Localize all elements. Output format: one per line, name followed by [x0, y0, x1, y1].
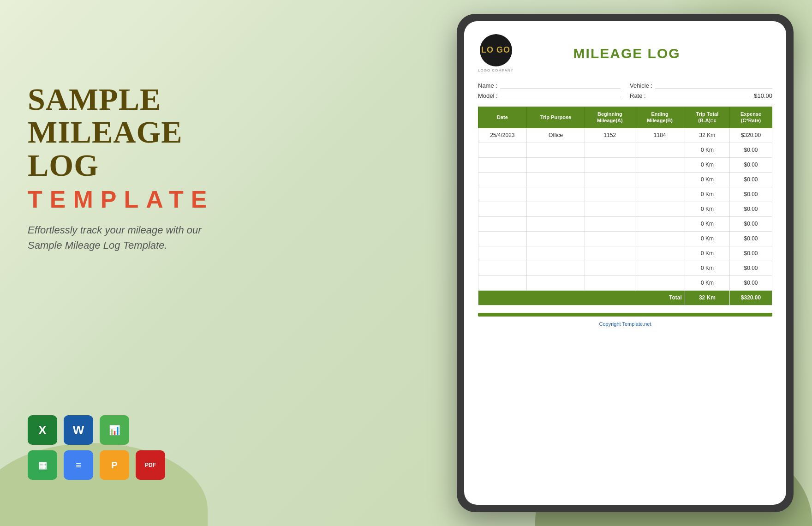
doc-header: LO GO LOGO COMPANY MILEAGE LOG: [478, 34, 772, 72]
cell-end: [635, 187, 685, 202]
cell-expense: $0.00: [730, 157, 772, 172]
sheets-icon[interactable]: ▦: [28, 450, 57, 480]
total-expense: $320.00: [730, 290, 772, 305]
model-field: Model :: [478, 92, 621, 99]
vehicle-label: Vehicle :: [630, 82, 652, 89]
doc-title-area: MILEAGE LOG: [513, 46, 740, 61]
subtitle: TEMPLATE: [28, 185, 258, 213]
cell-expense: $0.00: [730, 261, 772, 275]
cell-expense: $0.00: [730, 187, 772, 202]
vehicle-field: Vehicle :: [630, 82, 772, 89]
cell-expense: $0.00: [730, 246, 772, 261]
table-row: 0 Km $0.00: [478, 172, 772, 187]
cell-total: 0 Km: [685, 157, 729, 172]
cell-purpose: [526, 261, 585, 275]
cell-date: [478, 246, 527, 261]
cell-begin: [585, 246, 635, 261]
cell-date: [478, 157, 527, 172]
model-label: Model :: [478, 92, 498, 99]
cell-date: [478, 261, 527, 275]
cell-purpose: [526, 157, 585, 172]
cell-expense: $0.00: [730, 202, 772, 216]
cell-expense: $320.00: [730, 128, 772, 143]
cell-total: 0 Km: [685, 231, 729, 246]
cell-date: [478, 143, 527, 157]
logo-circle: LO GO: [480, 34, 512, 66]
cell-total: 0 Km: [685, 172, 729, 187]
app-icons-row-2: ▦ ≡ P PDF: [28, 450, 165, 480]
col-total: Trip Total(B-A)=c: [685, 107, 729, 128]
cell-date: [478, 187, 527, 202]
rate-value: $10.00: [754, 92, 772, 99]
cell-begin: [585, 172, 635, 187]
document-content: LO GO LOGO COMPANY MILEAGE LOG Name :: [464, 21, 786, 505]
total-row: Total 32 Km $320.00: [478, 290, 772, 305]
name-line: [500, 82, 621, 89]
left-content: SAMPLEMILEAGE LOG TEMPLATE Effortlessly …: [28, 83, 258, 253]
main-title: SAMPLEMILEAGE LOG: [28, 83, 258, 182]
numbers-icon[interactable]: 📊: [100, 415, 129, 445]
cell-end: [635, 202, 685, 216]
table-row: 0 Km $0.00: [478, 261, 772, 275]
cell-end: [635, 216, 685, 231]
cell-purpose: [526, 202, 585, 216]
cell-begin: [585, 143, 635, 157]
app-icons-row-1: X W 📊: [28, 415, 165, 445]
cell-expense: $0.00: [730, 216, 772, 231]
cell-purpose: [526, 216, 585, 231]
cell-begin: [585, 261, 635, 275]
vehicle-line: [655, 82, 772, 89]
cell-begin: [585, 231, 635, 246]
cell-expense: $0.00: [730, 275, 772, 290]
cell-total: 0 Km: [685, 202, 729, 216]
total-label: Total: [478, 290, 685, 305]
cell-date: [478, 231, 527, 246]
cell-expense: $0.00: [730, 172, 772, 187]
tablet-device: LO GO LOGO COMPANY MILEAGE LOG Name :: [457, 14, 794, 512]
cell-begin: [585, 202, 635, 216]
cell-end: [635, 157, 685, 172]
cell-total: 0 Km: [685, 143, 729, 157]
cell-purpose: [526, 275, 585, 290]
table-row: 25/4/2023 Office 1152 1184 32 Km $320.00: [478, 128, 772, 143]
copyright: Copyright Template.net: [478, 321, 772, 327]
logo-tagline: LOGO COMPANY: [478, 68, 513, 72]
cell-total: 0 Km: [685, 216, 729, 231]
excel-icon[interactable]: X: [28, 415, 57, 445]
table-row: 0 Km $0.00: [478, 143, 772, 157]
cell-date: 25/4/2023: [478, 128, 527, 143]
doc-title: MILEAGE LOG: [513, 46, 740, 61]
cell-end: [635, 275, 685, 290]
cell-date: [478, 216, 527, 231]
table-row: 0 Km $0.00: [478, 231, 772, 246]
cell-purpose: [526, 187, 585, 202]
table-row: 0 Km $0.00: [478, 275, 772, 290]
pdf-icon[interactable]: PDF: [136, 450, 165, 480]
table-row: 0 Km $0.00: [478, 202, 772, 216]
cell-begin: [585, 275, 635, 290]
cell-begin: 1152: [585, 128, 635, 143]
cell-end: [635, 231, 685, 246]
word-icon[interactable]: W: [64, 415, 93, 445]
cell-date: [478, 172, 527, 187]
table-row: 0 Km $0.00: [478, 216, 772, 231]
cell-begin: [585, 187, 635, 202]
cell-end: [635, 143, 685, 157]
cell-purpose: [526, 143, 585, 157]
tablet-screen: LO GO LOGO COMPANY MILEAGE LOG Name :: [464, 21, 786, 505]
pages-icon[interactable]: P: [100, 450, 129, 480]
tablet-frame: LO GO LOGO COMPANY MILEAGE LOG Name :: [457, 14, 794, 512]
table-row: 0 Km $0.00: [478, 246, 772, 261]
cell-end: [635, 261, 685, 275]
table-header-row: Date Trip Purpose BeginningMileage(A) En…: [478, 107, 772, 128]
rate-field: Rate : $10.00: [630, 92, 772, 99]
description: Effortlessly track your mileage with our…: [28, 222, 221, 253]
cell-date: [478, 202, 527, 216]
cell-begin: [585, 157, 635, 172]
col-expense: Expense(C*Rate): [730, 107, 772, 128]
docs-icon[interactable]: ≡: [64, 450, 93, 480]
cell-total: 32 Km: [685, 128, 729, 143]
logo-text: LO GO: [481, 46, 510, 55]
cell-begin: [585, 216, 635, 231]
cell-date: [478, 275, 527, 290]
